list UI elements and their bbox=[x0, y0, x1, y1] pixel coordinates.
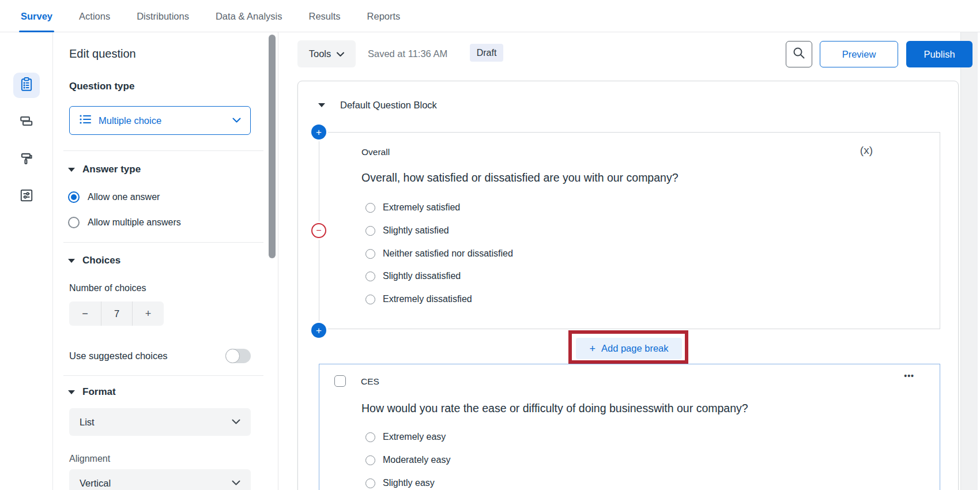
collapse-triangle-icon bbox=[68, 168, 75, 172]
radio-unselected-icon bbox=[365, 432, 375, 442]
plus-icon: + bbox=[589, 344, 595, 354]
divider bbox=[63, 150, 263, 151]
panel-scrollbar[interactable] bbox=[269, 35, 276, 258]
radio-unselected-icon bbox=[365, 455, 375, 465]
add-page-break-button[interactable]: + Add page break bbox=[576, 338, 682, 359]
increase-choices-button[interactable]: + bbox=[132, 301, 164, 326]
choice-row[interactable]: Slightly satisfied bbox=[365, 225, 449, 236]
piped-text-badge: (x) bbox=[860, 144, 873, 157]
choices-header[interactable]: Choices bbox=[68, 255, 120, 266]
use-suggested-choices-row: Use suggested choices bbox=[69, 349, 251, 363]
blocks-icon bbox=[19, 114, 34, 131]
question-text[interactable]: How would you rate the ease or difficult… bbox=[361, 402, 748, 415]
radio-allow-multiple-answers[interactable]: Allow multiple answers bbox=[68, 217, 181, 228]
paint-roller-icon bbox=[19, 151, 34, 168]
search-button[interactable] bbox=[786, 41, 812, 67]
plus-icon: + bbox=[316, 326, 322, 336]
choice-label: Moderately easy bbox=[383, 455, 450, 465]
radio-unselected-icon bbox=[68, 217, 80, 228]
ellipsis-menu-icon[interactable]: ••• bbox=[904, 371, 914, 380]
tab-distributions[interactable]: Distributions bbox=[137, 0, 189, 32]
choice-label: Slightly dissatisfied bbox=[383, 271, 461, 281]
format-select[interactable]: List bbox=[69, 408, 251, 436]
choices-count-value[interactable]: 7 bbox=[101, 301, 132, 326]
question-text[interactable]: Overall, how satisfied or dissatisfied a… bbox=[361, 171, 679, 184]
publish-button[interactable]: Publish bbox=[906, 41, 973, 67]
sidebar-item-survey-builder[interactable] bbox=[13, 73, 40, 98]
choice-row[interactable]: Extremely satisfied bbox=[365, 202, 460, 213]
question-id-label: Overall bbox=[361, 147, 390, 157]
sliders-panel-icon bbox=[19, 188, 34, 205]
collapse-triangle-icon bbox=[68, 259, 75, 263]
question-block-card: Default Question Block Overall (x) Overa… bbox=[297, 81, 959, 490]
format-value: List bbox=[80, 417, 95, 428]
collapse-triangle-icon bbox=[68, 390, 75, 394]
radio-unselected-icon bbox=[365, 295, 375, 304]
choice-label: Extremely easy bbox=[383, 432, 446, 442]
left-icon-rail bbox=[0, 32, 53, 490]
radio-label: Allow one answer bbox=[88, 192, 160, 202]
use-suggested-choices-toggle[interactable] bbox=[225, 349, 251, 363]
decrease-choices-button[interactable]: − bbox=[69, 301, 101, 326]
format-label: Format bbox=[82, 386, 116, 398]
answer-type-header[interactable]: Answer type bbox=[68, 164, 141, 175]
radio-unselected-icon bbox=[365, 272, 375, 281]
qualtrics-survey-editor: Survey Actions Distributions Data & Anal… bbox=[0, 0, 980, 490]
saved-status-text: Saved at 11:36 AM bbox=[368, 48, 447, 59]
tab-data-analysis[interactable]: Data & Analysis bbox=[216, 0, 282, 32]
tools-button[interactable]: Tools bbox=[297, 40, 356, 67]
sidebar-item-survey-flow[interactable] bbox=[13, 110, 40, 135]
tools-label: Tools bbox=[309, 48, 331, 59]
remove-question-button[interactable]: − bbox=[311, 223, 326, 238]
nav-tabs: Survey Actions Distributions Data & Anal… bbox=[21, 0, 400, 32]
tab-actions[interactable]: Actions bbox=[79, 0, 110, 32]
radio-allow-one-answer[interactable]: Allow one answer bbox=[68, 191, 160, 203]
choice-row[interactable]: Neither satisfied nor dissatisfied bbox=[365, 248, 513, 259]
question-card-overall[interactable]: Overall (x) Overall, how satisfied or di… bbox=[319, 132, 940, 329]
block-title: Default Question Block bbox=[340, 100, 437, 111]
clipboard-icon bbox=[19, 77, 34, 94]
toggle-knob bbox=[225, 349, 240, 363]
plus-icon: + bbox=[316, 127, 322, 137]
choice-row[interactable]: Slightly easy bbox=[365, 478, 435, 488]
panel-title: Edit question bbox=[69, 47, 136, 61]
chevron-down-icon bbox=[232, 419, 240, 425]
radio-unselected-icon bbox=[365, 203, 375, 213]
choice-row[interactable]: Extremely easy bbox=[365, 432, 446, 442]
choice-label: Extremely satisfied bbox=[383, 202, 460, 213]
format-header[interactable]: Format bbox=[68, 386, 116, 398]
choices-label: Choices bbox=[82, 255, 120, 266]
number-of-choices-stepper: − 7 + bbox=[69, 301, 164, 326]
insert-question-below-button[interactable]: + bbox=[311, 323, 326, 338]
alignment-label: Alignment bbox=[69, 454, 110, 464]
tab-reports[interactable]: Reports bbox=[367, 0, 401, 32]
block-collapse-header[interactable]: Default Question Block bbox=[318, 100, 437, 111]
alignment-value: Vertical bbox=[80, 478, 111, 489]
minus-icon: − bbox=[316, 226, 321, 235]
question-type-select[interactable]: Multiple choice bbox=[69, 106, 251, 135]
preview-button[interactable]: Preview bbox=[820, 41, 898, 67]
question-id-label: CES bbox=[361, 376, 379, 387]
alignment-select[interactable]: Vertical bbox=[69, 469, 251, 490]
insert-question-above-button[interactable]: + bbox=[311, 125, 326, 140]
chevron-down-icon bbox=[337, 48, 344, 59]
sidebar-item-look-and-feel[interactable] bbox=[13, 147, 40, 172]
choice-label: Neither satisfied nor dissatisfied bbox=[383, 248, 513, 259]
choice-row[interactable]: Moderately easy bbox=[365, 455, 450, 465]
choice-row[interactable]: Extremely dissatisfied bbox=[365, 294, 472, 304]
collapse-triangle-icon bbox=[318, 103, 325, 107]
tab-results[interactable]: Results bbox=[309, 0, 341, 32]
sidebar-item-survey-options[interactable] bbox=[13, 184, 40, 209]
canvas-scrollbar-track[interactable] bbox=[960, 32, 978, 490]
search-icon bbox=[793, 47, 805, 62]
radio-unselected-icon bbox=[365, 478, 375, 488]
question-type-label: Question type bbox=[69, 81, 134, 92]
use-suggested-choices-label: Use suggested choices bbox=[69, 350, 168, 361]
divider bbox=[63, 242, 263, 243]
question-card-ces[interactable]: CES ••• How would you rate the ease or d… bbox=[319, 364, 940, 490]
choice-label: Slightly easy bbox=[383, 478, 435, 488]
choice-row[interactable]: Slightly dissatisfied bbox=[365, 271, 461, 281]
question-select-checkbox[interactable] bbox=[334, 375, 346, 387]
tab-survey[interactable]: Survey bbox=[21, 0, 52, 32]
add-page-break-label: Add page break bbox=[601, 343, 669, 354]
